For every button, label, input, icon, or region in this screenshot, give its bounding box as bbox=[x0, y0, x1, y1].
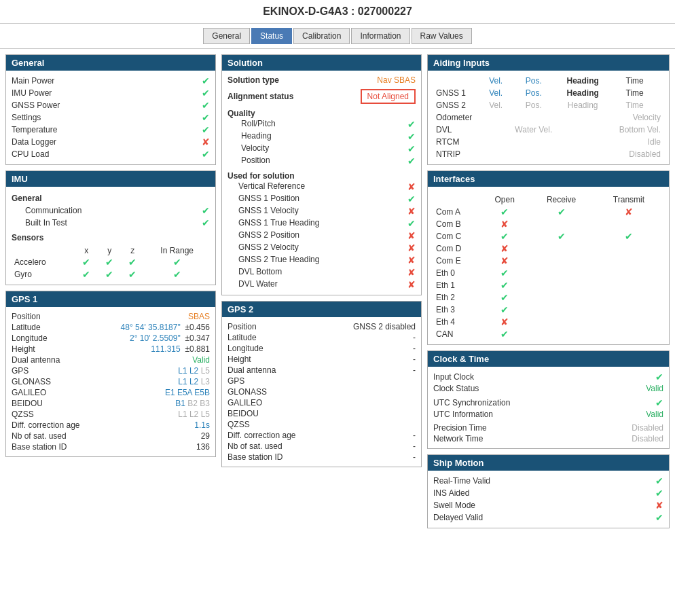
gps1-body: Position SBAS Latitude 48° 54' 35.8187" … bbox=[6, 307, 215, 456]
swell-mode-status: ✘ bbox=[655, 500, 663, 511]
gps1-diffcorr-label: Diff. correction age bbox=[12, 420, 80, 430]
eth3-open: ✔ bbox=[500, 304, 509, 315]
cpu-load-status: ✔ bbox=[202, 149, 210, 160]
gnss2-vel: Vel. bbox=[489, 101, 503, 110]
tab-calibration[interactable]: Calibration bbox=[293, 28, 350, 44]
gps2-dual-row: Dual antenna - bbox=[227, 365, 416, 376]
used-gnss1-vel-status: ✘ bbox=[407, 206, 416, 217]
alignment-value: Not Aligned bbox=[361, 89, 416, 104]
gps2-diffcorr-value: - bbox=[413, 431, 416, 440]
quality-rollpitch-label: Roll/Pitch bbox=[241, 119, 276, 130]
tab-general[interactable]: General bbox=[203, 28, 250, 44]
utc-info-label: UTC Information bbox=[433, 410, 493, 419]
used-gnss2-pos-status: ✘ bbox=[407, 230, 416, 241]
interfaces-table: Open Receive Transmit Com A ✔ ✔ ✘ Com B … bbox=[433, 194, 663, 340]
sensors-label: Sensors bbox=[12, 233, 210, 242]
precision-time-value: Disabled bbox=[632, 423, 663, 433]
used-gnss1-hdg-label: GNSS 1 True Heading bbox=[227, 218, 319, 229]
gps1-basestation-value: 136 bbox=[196, 442, 210, 452]
imu-general-label: General bbox=[12, 194, 210, 203]
come-label: Com E bbox=[433, 255, 481, 267]
quality-velocity-status: ✔ bbox=[407, 143, 416, 154]
used-gnss2-hdg-label: GNSS 2 True Heading bbox=[227, 255, 319, 266]
gps2-header: GPS 2 bbox=[222, 302, 421, 317]
clock-status-row: Clock Status Valid bbox=[433, 383, 663, 394]
aiding-col-vel: Vel. bbox=[484, 75, 507, 87]
gps1-nbsat-value: 29 bbox=[201, 431, 210, 441]
communication-row: Communication ✔ bbox=[12, 204, 210, 217]
gyro-label: Gyro bbox=[12, 268, 75, 280]
gps2-position-label: Position bbox=[227, 322, 257, 331]
used-dvl-water-status: ✘ bbox=[407, 279, 416, 290]
data-logger-status: ✘ bbox=[202, 137, 210, 147]
accelero-z: ✔ bbox=[128, 257, 136, 268]
list-item: Swell Mode ✘ bbox=[433, 499, 663, 511]
tab-information[interactable]: Information bbox=[351, 28, 409, 44]
gps1-beidou-label: BEIDOU bbox=[12, 399, 43, 408]
comd-label: Com D bbox=[433, 242, 481, 255]
solution-section: Solution Solution type Nav SBAS Alignmen… bbox=[221, 54, 422, 295]
interfaces-body: Open Receive Transmit Com A ✔ ✔ ✘ Com B … bbox=[428, 187, 669, 344]
gps1-header: GPS 1 bbox=[6, 291, 215, 307]
gps2-glonass-label: GLONASS bbox=[227, 387, 267, 397]
gps2-gps-label: GPS bbox=[227, 376, 244, 386]
gnss2-pos: Pos. bbox=[526, 101, 542, 110]
accelero-y: ✔ bbox=[105, 257, 113, 268]
gps1-height-row: Height 111.315 ±0.881 bbox=[12, 344, 210, 355]
can-label: CAN bbox=[433, 328, 481, 340]
solution-type-value: Nav SBAS bbox=[377, 75, 416, 85]
gyro-x: ✔ bbox=[82, 269, 90, 280]
tab-raw-values[interactable]: Raw Values bbox=[412, 28, 472, 44]
gps1-dual-value: Valid bbox=[192, 355, 210, 365]
gps2-diffcorr-label: Diff. correction age bbox=[227, 431, 296, 440]
accelero-label: Accelero bbox=[12, 256, 75, 268]
rtcm-label: RTCM bbox=[433, 136, 484, 148]
delayed-valid-status: ✔ bbox=[655, 512, 663, 523]
list-item: DVL Bottom ✘ bbox=[227, 266, 416, 278]
gps1-glonass-values: L1 L2 L3 bbox=[178, 377, 210, 386]
list-item: INS Aided ✔ bbox=[433, 487, 663, 499]
imu-section: IMU General Communication ✔ Built In Tes… bbox=[5, 170, 216, 285]
aiding-col-time: Time bbox=[606, 75, 663, 87]
ship-motion-header: Ship Motion bbox=[428, 455, 669, 471]
table-row: GNSS 1 Vel. Pos. Heading Time bbox=[433, 87, 663, 99]
comc-receive: ✔ bbox=[558, 231, 566, 242]
general-section: General Main Power ✔ IMU Power ✔ GNSS Po… bbox=[5, 54, 216, 165]
gps1-longitude-label: Longitude bbox=[12, 333, 48, 343]
used-gnss2-vel-label: GNSS 2 Velocity bbox=[227, 242, 299, 253]
table-row: Eth 1 ✔ bbox=[433, 279, 663, 291]
used-gnss1-vel-label: GNSS 1 Velocity bbox=[227, 206, 299, 217]
sensor-header-z: z bbox=[121, 245, 144, 256]
eth3-label: Eth 3 bbox=[433, 304, 481, 316]
gps2-diffcorr-row: Diff. correction age - bbox=[227, 430, 416, 441]
aiding-header: Aiding Inputs bbox=[428, 55, 669, 71]
gps1-galileo-row: GALILEO E1 E5A E5B bbox=[12, 387, 210, 398]
gps2-longitude-label: Longitude bbox=[227, 344, 263, 353]
table-row: Com C ✔ ✔ ✔ bbox=[433, 230, 663, 242]
gps1-galileo-label: GALILEO bbox=[12, 388, 46, 397]
solution-body: Solution type Nav SBAS Alignment status … bbox=[222, 71, 421, 295]
utc-sync-status: ✔ bbox=[655, 397, 663, 408]
precision-time-row: Precision Time Disabled bbox=[433, 422, 663, 433]
gnss1-heading: Heading bbox=[567, 88, 599, 98]
input-clock-label: Input Clock bbox=[433, 372, 474, 382]
list-item: Real-Time Valid ✔ bbox=[433, 475, 663, 487]
gnss2-label: GNSS 2 bbox=[433, 99, 484, 111]
list-item: GNSS Power ✔ bbox=[12, 99, 210, 111]
clock-status-value: Valid bbox=[646, 384, 663, 393]
table-row: Eth 3 ✔ bbox=[433, 304, 663, 316]
gps2-latitude-row: Latitude - bbox=[227, 332, 416, 343]
gps1-beidou-row: BEIDOU B1 B2 B3 bbox=[12, 398, 210, 409]
gps2-basestation-value: - bbox=[413, 452, 416, 462]
eth1-label: Eth 1 bbox=[433, 279, 481, 291]
gps2-position-value: GNSS 2 disabled bbox=[353, 322, 416, 331]
table-row: CAN ✔ bbox=[433, 328, 663, 340]
list-item: GNSS 2 Position ✘ bbox=[227, 230, 416, 242]
gps1-qzss-label: QZSS bbox=[12, 410, 34, 419]
aiding-table: Vel. Pos. Heading Time GNSS 1 Vel. Pos. … bbox=[433, 75, 663, 160]
gyro-inrange: ✔ bbox=[173, 269, 181, 280]
temperature-status: ✔ bbox=[202, 124, 210, 135]
gps1-height-value: 111.315 ±0.881 bbox=[151, 344, 210, 354]
tab-status[interactable]: Status bbox=[251, 28, 292, 44]
odometer-label: Odometer bbox=[433, 111, 484, 124]
